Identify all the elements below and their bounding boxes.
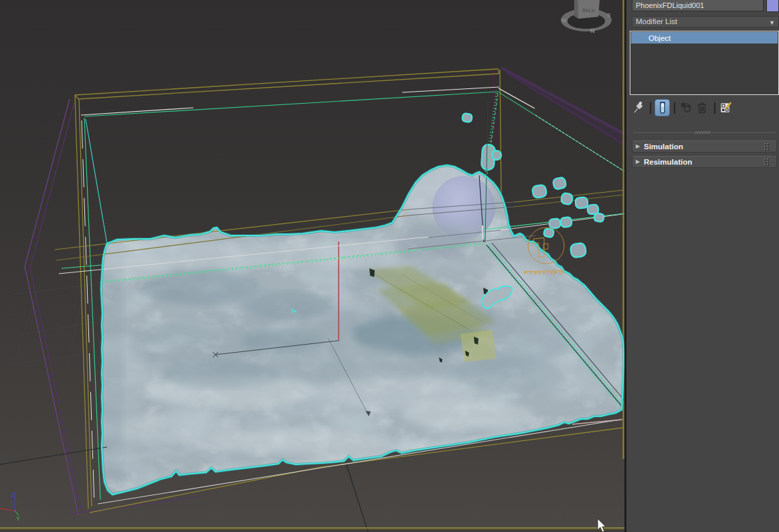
svg-text:BACK: BACK (582, 8, 596, 13)
svg-text:Y: Y (16, 515, 20, 522)
svg-text:N: N (590, 27, 595, 34)
svg-text:Z: Z (11, 492, 15, 499)
svg-text:W: W (561, 17, 567, 23)
svg-text:S: S (607, 12, 611, 18)
